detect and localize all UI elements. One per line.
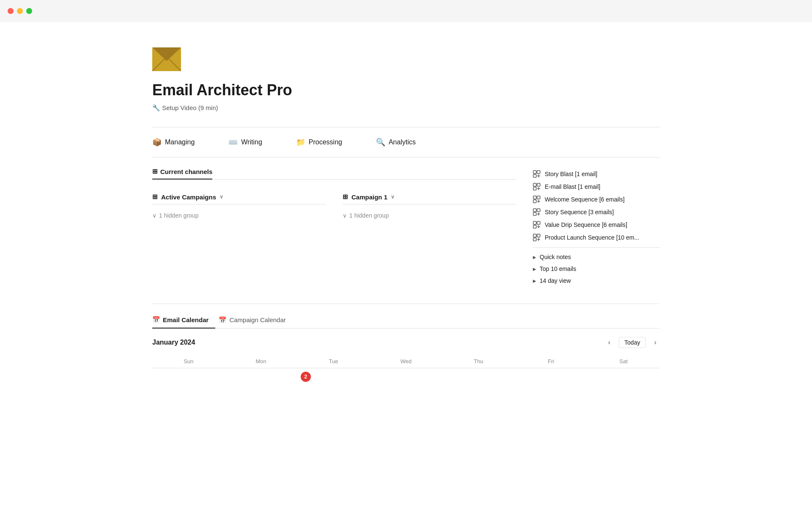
campaign-1-hidden-group[interactable]: ∨ 1 hidden group bbox=[343, 210, 516, 221]
page-title: Email Architect Pro bbox=[152, 81, 660, 99]
nav-managing[interactable]: 📦 Managing bbox=[152, 138, 195, 147]
sidebar-item-story-blast[interactable]: Story Blast [1 email] bbox=[533, 168, 660, 180]
active-campaigns-header[interactable]: ⊞ Active Campaigns ∨ bbox=[152, 193, 326, 204]
campaign-cal-icon: 📅 bbox=[219, 316, 227, 324]
14-day-label: 14 day view bbox=[540, 277, 571, 284]
calendar-month-label: January 2024 bbox=[152, 339, 195, 346]
active-campaigns-chevron: ∨ bbox=[219, 194, 223, 200]
svg-rect-19 bbox=[533, 209, 536, 212]
setup-video-link[interactable]: 🔧 Setup Video (9 min) bbox=[152, 104, 660, 112]
campaign-1-chevron: ∨ bbox=[391, 194, 395, 200]
cal-header-fri: Fri bbox=[515, 355, 587, 368]
sidebar-items-list: Story Blast [1 email] E-mail Blast [1 em… bbox=[533, 168, 660, 244]
nav-managing-label: Managing bbox=[165, 138, 195, 146]
sidebar-item-email-blast[interactable]: E-mail Blast [1 email] bbox=[533, 180, 660, 193]
svg-rect-9 bbox=[533, 183, 536, 186]
calendar-grid: Sun Mon Tue Wed Thu Fri Sat 2 bbox=[152, 355, 660, 402]
campaign-1-grid-icon: ⊞ bbox=[343, 193, 348, 201]
svg-rect-20 bbox=[537, 209, 540, 212]
cal-cell-sun[interactable] bbox=[152, 368, 225, 402]
processing-icon: 📁 bbox=[296, 138, 305, 147]
tab-email-calendar[interactable]: 📅 Email Calendar bbox=[152, 312, 215, 329]
sidebar-item-welcome-sequence[interactable]: Welcome Sequence [6 emails] bbox=[533, 193, 660, 206]
cal-header-wed: Wed bbox=[370, 355, 442, 368]
story-blast-icon bbox=[533, 170, 540, 178]
campaign-1-label: Campaign 1 bbox=[351, 193, 387, 201]
sidebar-expandables: ▶ Quick notes ▶ Top 10 emails ▶ 14 day v… bbox=[533, 251, 660, 287]
active-campaigns-hidden-group[interactable]: ∨ 1 hidden group bbox=[152, 210, 326, 221]
story-sequence-icon bbox=[533, 208, 540, 216]
nav-analytics[interactable]: 🔍 Analytics bbox=[376, 138, 416, 147]
nav-writing[interactable]: ⌨️ Writing bbox=[228, 138, 262, 147]
titlebar bbox=[0, 0, 812, 22]
calendar-today-button[interactable]: Today bbox=[619, 337, 645, 348]
cal-cell-mon[interactable] bbox=[225, 368, 297, 402]
minimize-button[interactable] bbox=[17, 8, 23, 14]
cal-header-mon: Mon bbox=[225, 355, 297, 368]
top-divider bbox=[152, 127, 660, 127]
nav-processing[interactable]: 📁 Processing bbox=[296, 138, 342, 147]
db-view-active-campaigns: ⊞ Active Campaigns ∨ ∨ 1 hidden group bbox=[152, 193, 326, 221]
sidebar-quick-notes[interactable]: ▶ Quick notes bbox=[533, 251, 660, 263]
cal-header-thu: Thu bbox=[442, 355, 515, 368]
db-views-row: ⊞ Active Campaigns ∨ ∨ 1 hidden group ⊞ … bbox=[152, 193, 516, 221]
svg-rect-24 bbox=[533, 221, 536, 224]
active-campaigns-hidden-label: 1 hidden group bbox=[159, 212, 198, 219]
svg-rect-5 bbox=[537, 171, 540, 174]
svg-rect-26 bbox=[533, 225, 536, 228]
active-campaigns-grid-icon: ⊞ bbox=[152, 193, 158, 201]
sidebar-14-day-view[interactable]: ▶ 14 day view bbox=[533, 275, 660, 287]
cal-header-tue: Tue bbox=[297, 355, 370, 368]
analytics-icon: 🔍 bbox=[376, 138, 385, 147]
cal-cell-sat[interactable] bbox=[587, 368, 660, 402]
svg-rect-4 bbox=[533, 171, 536, 174]
cal-cell-fri[interactable] bbox=[515, 368, 587, 402]
fullscreen-button[interactable] bbox=[26, 8, 32, 14]
cal-cell-wed[interactable] bbox=[370, 368, 442, 402]
sidebar-item-story-sequence[interactable]: Story Sequence [3 emails] bbox=[533, 206, 660, 218]
14-day-arrow: ▶ bbox=[533, 279, 536, 283]
story-blast-label: Story Blast [1 email] bbox=[545, 171, 598, 177]
right-sidebar: Story Blast [1 email] E-mail Blast [1 em… bbox=[516, 168, 660, 287]
nav-writing-label: Writing bbox=[241, 138, 262, 146]
db-view-campaign-1: ⊞ Campaign 1 ∨ ∨ 1 hidden group bbox=[343, 193, 516, 221]
cal-cell-thu[interactable] bbox=[442, 368, 515, 402]
hidden-group-chevron-2: ∨ bbox=[343, 212, 347, 219]
top-10-arrow: ▶ bbox=[533, 267, 536, 271]
calendar-prev-button[interactable]: ‹ bbox=[605, 337, 614, 348]
sidebar-item-value-drip[interactable]: Value Drip Sequence [6 emails] bbox=[533, 218, 660, 231]
cal-header-sat: Sat bbox=[587, 355, 660, 368]
main-content: Email Architect Pro 🔧 Setup Video (9 min… bbox=[110, 22, 702, 402]
nav-links: 📦 Managing ⌨️ Writing 📁 Processing 🔍 Ana… bbox=[152, 138, 660, 157]
envelope-icon bbox=[152, 47, 181, 71]
tab-current-channels[interactable]: ⊞ Current channels bbox=[152, 168, 212, 179]
campaign-1-header[interactable]: ⊞ Campaign 1 ∨ bbox=[343, 193, 516, 204]
email-cal-icon: 📅 bbox=[152, 316, 160, 323]
product-launch-icon bbox=[533, 234, 540, 241]
hidden-group-chevron-1: ∨ bbox=[152, 212, 156, 219]
close-button[interactable] bbox=[8, 8, 14, 14]
svg-rect-30 bbox=[537, 234, 540, 237]
left-column: ⊞ Current channels ⊞ Active Campaigns ∨ … bbox=[152, 168, 516, 230]
writing-icon: ⌨️ bbox=[228, 138, 238, 147]
story-sequence-label: Story Sequence [3 emails] bbox=[545, 209, 614, 215]
svg-rect-31 bbox=[533, 238, 536, 241]
calendar-section: 📅 Email Calendar 📅 Campaign Calendar Jan… bbox=[152, 304, 660, 402]
quick-notes-arrow: ▶ bbox=[533, 255, 536, 260]
email-blast-icon bbox=[533, 183, 540, 190]
cal-cell-tue[interactable]: 2 bbox=[297, 368, 370, 402]
content-area: ⊞ Current channels ⊞ Active Campaigns ∨ … bbox=[152, 168, 660, 287]
email-calendar-label: Email Calendar bbox=[163, 316, 208, 323]
tab-campaign-calendar[interactable]: 📅 Campaign Calendar bbox=[219, 312, 292, 328]
campaign-1-hidden-label: 1 hidden group bbox=[349, 212, 389, 219]
svg-rect-29 bbox=[533, 234, 536, 237]
email-blast-label: E-mail Blast [1 email] bbox=[545, 183, 600, 190]
svg-rect-11 bbox=[533, 187, 536, 190]
tab-current-channels-label: Current channels bbox=[160, 168, 212, 175]
svg-rect-16 bbox=[533, 200, 536, 203]
sidebar-top-10-emails[interactable]: ▶ Top 10 emails bbox=[533, 263, 660, 275]
calendar-next-button[interactable]: › bbox=[651, 337, 660, 348]
sidebar-item-product-launch[interactable]: Product Launch Sequence [10 em... bbox=[533, 231, 660, 244]
svg-rect-15 bbox=[537, 196, 540, 199]
value-drip-label: Value Drip Sequence [6 emails] bbox=[545, 221, 627, 228]
